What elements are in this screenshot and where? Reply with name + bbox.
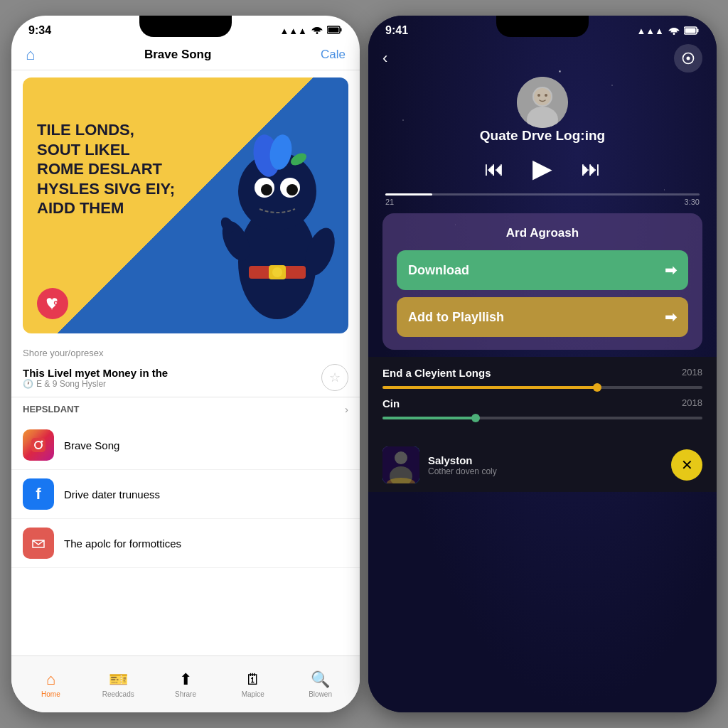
- star-button[interactable]: ☆: [321, 364, 348, 391]
- status-icons-left: ▲▲▲: [279, 26, 343, 36]
- related-item-2[interactable]: Cin 2018: [382, 397, 702, 410]
- total-time: 3:30: [685, 198, 700, 206]
- svg-rect-24: [697, 28, 699, 32]
- reedcads-tab-icon: 🎫: [109, 670, 128, 689]
- progress-track: [385, 193, 700, 196]
- play-button[interactable]: ▶: [532, 154, 552, 183]
- svg-rect-2: [328, 27, 339, 32]
- rewind-button[interactable]: ⏮: [484, 157, 504, 181]
- mini-thumb-img: [382, 446, 419, 483]
- share-tab-label: Shrare: [175, 690, 196, 698]
- tab-mapice[interactable]: 🗓 Mapice: [219, 670, 287, 698]
- email-icon: [23, 528, 54, 559]
- wifi-icon-left: [311, 26, 323, 36]
- svg-point-21: [41, 441, 43, 443]
- download-button[interactable]: Download ➡: [397, 250, 688, 290]
- tab-home[interactable]: ⌂ Home: [17, 670, 85, 698]
- progress-bar-green[interactable]: [382, 417, 702, 419]
- battery-icon-right: [684, 25, 700, 37]
- chevron-right-icon: ›: [345, 403, 348, 415]
- clock-icon: 🕐: [23, 379, 33, 389]
- mini-album-thumb: [382, 446, 419, 483]
- shuffle-button[interactable]: ✕: [671, 449, 702, 481]
- svg-point-27: [687, 57, 690, 60]
- fast-forward-button[interactable]: ⏭: [581, 157, 601, 181]
- share-section: Shore your/opresex: [11, 341, 360, 361]
- player-controls: ⏮ ▶ ⏭: [368, 154, 717, 189]
- song-info: This Livel myet Money in the 🕐 E & 9 Son…: [11, 361, 360, 397]
- download-arrow-icon: ➡: [665, 262, 677, 279]
- action-card: Ard Agroash Download ➡ Add to Playllish …: [382, 213, 702, 350]
- phone-left: 9:34 ▲▲▲ ⌂ Brave Song Cale TILE LONDS, S…: [11, 16, 360, 712]
- heart-music-icon[interactable]: [37, 288, 68, 319]
- character-illustration: [206, 120, 348, 333]
- svg-point-33: [545, 94, 547, 97]
- related-title-2: Cin: [382, 397, 400, 410]
- notch-right: [496, 16, 589, 37]
- player-nav: ‹: [368, 40, 717, 77]
- status-icons-right: ▲▲▲: [636, 25, 700, 37]
- reedcads-tab-label: Reedcads: [102, 690, 134, 698]
- svg-point-31: [534, 88, 551, 105]
- current-time: 21: [385, 198, 394, 206]
- email-label: The apolc for formottices: [64, 537, 181, 550]
- album-art: TILE LONDS, SOUT LIKEL ROME DESLART HYSL…: [23, 77, 348, 333]
- playlist-arrow-icon: ➡: [665, 309, 677, 326]
- back-button[interactable]: ‹: [382, 49, 387, 68]
- related-item-1[interactable]: End a Cleyient Longs 2018: [382, 367, 702, 379]
- add-to-playlist-button[interactable]: Add to Playllish ➡: [397, 297, 688, 337]
- mapice-tab-label: Mapice: [242, 690, 264, 698]
- share-text: Shore your/opresex: [23, 348, 103, 358]
- blowen-tab-label: Blowen: [309, 690, 332, 698]
- progress-fill: [385, 193, 432, 196]
- signal-icon-left: ▲▲▲: [279, 26, 307, 36]
- artist-name: Quate Drve Log:ing: [368, 128, 717, 154]
- song-title: This Livel myet Money in the: [23, 367, 168, 379]
- app-container: 9:34 ▲▲▲ ⌂ Brave Song Cale TILE LONDS, S…: [0, 0, 728, 728]
- progress-bar-gold[interactable]: [382, 386, 702, 389]
- options-button[interactable]: [674, 44, 702, 73]
- facebook-label: Drive dater trunuess: [64, 488, 160, 500]
- list-item-email[interactable]: The apolc for formottices: [11, 519, 360, 568]
- fill-green: [382, 417, 478, 419]
- list-item-instagram[interactable]: Brave Song: [11, 421, 360, 470]
- action-card-title: Ard Agroash: [397, 226, 688, 240]
- notch-left: [139, 16, 232, 37]
- time-left: 9:34: [28, 24, 51, 37]
- battery-icon-left: [327, 26, 343, 36]
- time-right: 9:41: [385, 24, 408, 37]
- share-tab-icon: ⬆: [179, 670, 192, 689]
- nav-action-btn[interactable]: Cale: [321, 48, 346, 62]
- svg-point-13: [272, 267, 282, 277]
- signal-icon-right: ▲▲▲: [636, 26, 664, 36]
- fill-gold: [382, 386, 600, 389]
- svg-rect-19: [31, 438, 46, 452]
- tab-reedcads[interactable]: 🎫 Reedcads: [85, 670, 152, 698]
- phone-right: 9:41 ▲▲▲ ‹: [368, 16, 717, 712]
- svg-rect-1: [341, 28, 342, 31]
- mini-subtitle: Cother doven coly: [428, 466, 663, 476]
- related-title-1: End a Cleyient Longs: [382, 367, 491, 379]
- svg-point-9: [261, 184, 272, 196]
- album-art-text: TILE LONDS, SOUT LIKEL ROME DESLART HYSL…: [37, 120, 179, 218]
- tab-blowen[interactable]: 🔍 Blowen: [287, 670, 354, 698]
- nav-home-icon[interactable]: ⌂: [26, 46, 35, 64]
- related-section: End a Cleyient Longs 2018 Cin 2018: [368, 357, 717, 438]
- related-item-2-info: Cin: [382, 397, 400, 410]
- instagram-icon: [23, 429, 54, 461]
- tab-bar-left: ⌂ Home 🎫 Reedcads ⬆ Shrare 🗓 Mapice 🔍 Bl…: [11, 655, 360, 712]
- progress-bar[interactable]: 21 3:30: [385, 193, 700, 206]
- svg-rect-25: [685, 28, 696, 33]
- artist-avatar: [517, 77, 568, 128]
- blowen-tab-icon: 🔍: [311, 670, 330, 689]
- song-info-left: This Livel myet Money in the 🕐 E & 9 Son…: [23, 367, 168, 389]
- related-year-2: 2018: [682, 397, 702, 408]
- facebook-icon: f: [23, 478, 54, 510]
- svg-point-10: [287, 184, 298, 196]
- mini-player[interactable]: Salyston Cother doven coly ✕: [368, 438, 717, 492]
- mini-player-info: Salyston Cother doven coly: [428, 454, 663, 476]
- song-meta: 🕐 E & 9 Song Hysler: [23, 379, 168, 389]
- tab-share[interactable]: ⬆ Shrare: [152, 670, 220, 698]
- list-item-facebook[interactable]: f Drive dater trunuess: [11, 470, 360, 519]
- section-title: HEPSLDANT: [23, 404, 79, 414]
